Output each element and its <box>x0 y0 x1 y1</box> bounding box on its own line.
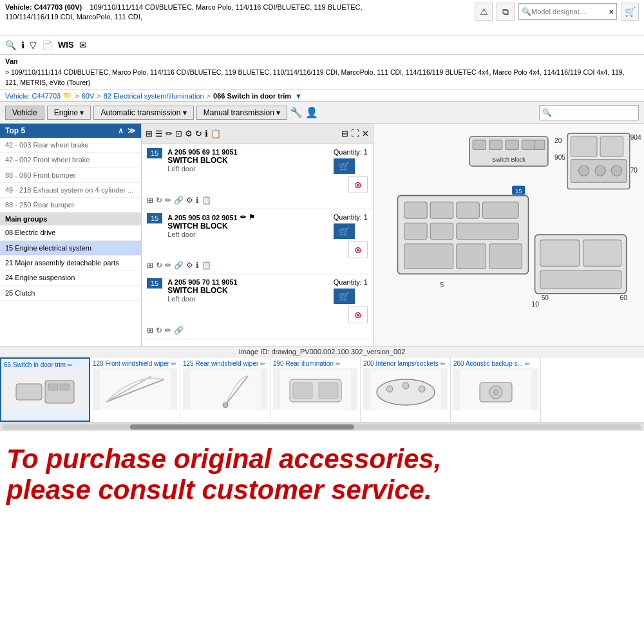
svg-text:50: 50 <box>542 294 549 301</box>
tab-vehicle[interactable]: Vehicle <box>5 106 44 120</box>
info2-icon[interactable]: ℹ <box>205 129 208 138</box>
clear-icon[interactable]: ✕ <box>609 8 614 15</box>
thumb-2-img <box>93 368 177 410</box>
thumb-4-label: 190 Rear illumination ✏ <box>273 360 357 367</box>
thumb-item-4[interactable]: 190 Rear illumination ✏ <box>270 357 361 422</box>
thumb-4-edit-icon[interactable]: ✏ <box>336 361 341 367</box>
part-2-info3-icon[interactable]: ℹ <box>196 261 199 270</box>
list-item[interactable]: 88 - 250 Rear bumper <box>0 198 141 213</box>
thumb-item-1[interactable]: 66 Switch in door trim ✏ <box>0 357 90 422</box>
tool-icon1[interactable]: 🔧 <box>290 106 303 118</box>
svg-point-59 <box>419 386 425 392</box>
part-2-pencil-icon[interactable]: ✏ <box>165 261 171 270</box>
list-item[interactable]: 49 - 218 Exhaust system on 4-cylinder ..… <box>0 183 141 198</box>
cart-icon-btn[interactable]: 🛒 <box>621 3 639 21</box>
wis-icon[interactable]: WIS <box>58 40 74 50</box>
list-item-engine-electrical[interactable]: 15 Engine electrical system <box>0 241 141 256</box>
grid-icon[interactable]: ⊞ <box>146 129 153 138</box>
list-icon[interactable]: ☰ <box>155 129 163 138</box>
scrollbar-track[interactable] <box>3 424 641 430</box>
list-item[interactable]: 08 Electric drive <box>0 225 141 240</box>
bc-vehicle[interactable]: Vehicle: C447703 <box>5 92 61 100</box>
model-search-input[interactable] <box>531 8 609 15</box>
part-2-del-btn[interactable]: ⊗ <box>348 242 368 258</box>
edit-icon[interactable]: ✏ <box>166 129 173 138</box>
tab-engine[interactable]: Engine ▾ <box>47 106 91 120</box>
list-item[interactable]: 42 - 003 Rear wheel brake <box>0 138 141 153</box>
list-item-clutch[interactable]: 25 Clutch <box>0 286 141 301</box>
part-1-cart-btn[interactable]: 🛒 <box>334 158 355 174</box>
warning-icon-btn[interactable]: ⚠ <box>475 3 493 21</box>
part-1-pencil-icon[interactable]: ✏ <box>165 196 171 205</box>
part-1-del-btn[interactable]: ⊗ <box>348 176 368 193</box>
part-2-flag-icon[interactable]: ⚑ <box>249 213 255 222</box>
part-2-cart-btn[interactable]: 🛒 <box>334 223 355 239</box>
part-3-refresh-icon[interactable]: ↻ <box>156 326 162 335</box>
thumb-1-edit-icon[interactable]: ✏ <box>68 362 73 368</box>
part-2-refresh-icon[interactable]: ↻ <box>156 261 162 270</box>
thumb-item-2[interactable]: 120 Front windshield wiper ✏ <box>90 357 180 422</box>
part-3-del-btn[interactable]: ⊗ <box>348 307 368 323</box>
part-3-icons: ⊞ ↻ ✏ 🔗 <box>147 326 368 335</box>
list-item-engine-suspension[interactable]: 24 Engine suspension <box>0 270 141 285</box>
model-search-box[interactable]: 🔍 ✕ <box>518 3 617 20</box>
part-3-link-icon[interactable]: 🔗 <box>174 326 184 335</box>
thumb-item-3[interactable]: 125 Rear windshield wiper ✏ <box>180 357 270 422</box>
svg-text:5: 5 <box>440 281 444 289</box>
part-2-doc3-icon[interactable]: 📋 <box>202 261 211 270</box>
toolbar-search-input[interactable] <box>552 109 636 117</box>
zoom-in-icon[interactable]: 🔍 <box>5 40 16 50</box>
fullscreen-icon[interactable]: ⛶ <box>351 129 359 138</box>
part-3-pencil-icon[interactable]: ✏ <box>165 326 171 335</box>
part-3-cart-btn[interactable]: 🛒 <box>334 289 355 304</box>
svg-rect-29 <box>404 244 453 269</box>
part-1-info3-icon[interactable]: ℹ <box>196 196 199 205</box>
part-3-grid-icon[interactable]: ⊞ <box>147 326 153 335</box>
collapse-icon[interactable]: ∧ <box>118 126 124 135</box>
bc-model[interactable]: 60V <box>82 92 95 100</box>
part-2-link-icon[interactable]: 🔗 <box>174 261 184 270</box>
thumb-item-5[interactable]: 200 Interior lamps/sockets ✏ <box>361 357 451 422</box>
tab-automatic[interactable]: Automatic transmission ▾ <box>93 106 193 120</box>
thumb-3-edit-icon[interactable]: ✏ <box>260 361 265 367</box>
filter2-icon[interactable]: ⊡ <box>175 129 182 138</box>
close-icon[interactable]: ✕ <box>362 129 369 138</box>
part-3-code: A 205 905 70 11 9051 <box>167 278 328 286</box>
bc-group[interactable]: 82 Electrical system/illumination <box>104 92 204 100</box>
tool-icon2[interactable]: 👤 <box>305 106 318 118</box>
center-toolbar: ⊞ ☰ ✏ ⊡ ⚙ ↻ ℹ 📋 ⊟ ⛶ ✕ <box>142 124 373 144</box>
info-icon[interactable]: ℹ <box>21 40 24 50</box>
filter-icon[interactable]: ▽ <box>30 40 37 50</box>
list-item[interactable]: 42 - 002 Front wheel brake <box>0 153 141 167</box>
part-1-grid-icon[interactable]: ⊞ <box>147 196 153 205</box>
thumb-item-6[interactable]: 260 Acoustic backup s... ✏ <box>451 357 541 422</box>
svg-rect-25 <box>482 202 518 218</box>
toggle-view-icon[interactable]: ⊟ <box>341 129 348 138</box>
list-item-major-assembly[interactable]: 21 Major assembly detachable parts <box>0 256 141 270</box>
top5-label: Top 5 <box>5 126 25 135</box>
part-1-link-icon[interactable]: 🔗 <box>174 196 184 205</box>
scrollbar-thumb[interactable] <box>130 424 354 430</box>
tab-manual[interactable]: Manual transmission ▾ <box>196 106 287 120</box>
thumb-2-edit-icon[interactable]: ✏ <box>171 361 176 367</box>
part-2-edit-icon[interactable]: ✏ <box>240 213 246 222</box>
doc-icon[interactable]: 📄 <box>42 40 53 50</box>
thumb-5-edit-icon[interactable]: ✏ <box>440 361 446 367</box>
expand-icon[interactable]: ≫ <box>128 126 136 135</box>
doc2-icon[interactable]: 📋 <box>211 129 221 138</box>
list-item[interactable]: 88 - 060 Front bumper <box>0 168 141 183</box>
mail-icon[interactable]: ✉ <box>79 40 87 50</box>
part-1-settings2-icon[interactable]: ⚙ <box>186 196 193 205</box>
refresh-icon[interactable]: ↻ <box>195 129 202 138</box>
dropdown-icon[interactable]: ▼ <box>295 92 302 100</box>
toolbar-search[interactable]: 🔍 <box>539 105 639 120</box>
copy-icon-btn[interactable]: ⧉ <box>497 3 515 21</box>
part-1-refresh-icon[interactable]: ↻ <box>156 196 162 205</box>
part-2-grid-icon[interactable]: ⊞ <box>147 261 153 270</box>
part-2-settings2-icon[interactable]: ⚙ <box>186 261 193 270</box>
top5-icons: ∧ ≫ <box>118 126 136 135</box>
thumb-6-edit-icon[interactable]: ✏ <box>525 361 530 367</box>
settings-icon[interactable]: ⚙ <box>185 129 193 138</box>
part-1-doc3-icon[interactable]: 📋 <box>202 196 211 205</box>
promo-line1: To purchase original accessories, <box>6 444 441 474</box>
